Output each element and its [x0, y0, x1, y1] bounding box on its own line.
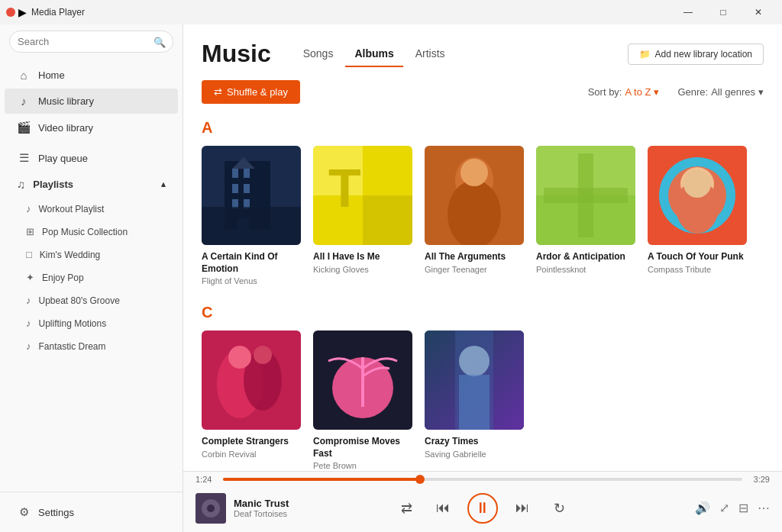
content-area: Music Songs Albums Artists 📁	[183, 24, 782, 471]
sidebar-item-music-library[interactable]: ♪ Music library	[5, 89, 178, 114]
svg-point-32	[254, 346, 272, 364]
section-letter-C: C	[202, 304, 764, 321]
sidebar-item-video-library[interactable]: 🎬 Video library	[5, 114, 178, 140]
album-card-crazy-times[interactable]: Crazy TimesSaving Gabrielle	[425, 330, 524, 470]
album-art-a-touch	[648, 146, 747, 245]
next-button[interactable]: ⏭	[510, 496, 535, 521]
track-meta: Manic Trust Deaf Tortoises	[234, 498, 289, 518]
svg-rect-3	[244, 169, 250, 178]
album-artist: Corbin Revival	[202, 450, 301, 459]
svg-rect-9	[202, 207, 301, 245]
total-time: 3:29	[748, 475, 770, 484]
close-button[interactable]: ✕	[741, 0, 776, 24]
maximize-button[interactable]: □	[706, 0, 741, 24]
playlists-section-header[interactable]: ♫ Playlists ▴	[5, 172, 178, 197]
album-name: All The Arguments	[425, 251, 524, 263]
genre-value: All genres	[711, 86, 755, 98]
playback-controls: ⇄ ⏮ ⏸ ⏭ ↻	[394, 493, 571, 524]
sidebar-item-play-queue[interactable]: ☰ Play queue	[5, 145, 178, 171]
sidebar-label-music: Music library	[38, 95, 94, 107]
sidebar-item-playlist-enjoy-pop[interactable]: ✦Enjoy Pop	[5, 266, 178, 289]
playlist-item-icon: ♪	[26, 295, 31, 306]
svg-point-27	[683, 170, 711, 198]
album-art-complete-strangers	[202, 330, 301, 430]
svg-rect-39	[459, 375, 490, 430]
playlists-label: Playlists	[33, 179, 73, 190]
album-artist: Kicking Gloves	[313, 265, 412, 274]
sidebar-item-playlist-upbeat[interactable]: ♪Upbeat 80's Groove	[5, 289, 178, 311]
search-container: 🔍	[9, 31, 173, 53]
svg-point-38	[459, 346, 490, 376]
album-artist: Pete Brown	[313, 461, 412, 470]
album-card-compromise[interactable]: Compromise Moves FastPete Brown	[313, 330, 412, 470]
album-card-all-i-have[interactable]: TAll I Have Is MeKicking Gloves	[313, 146, 412, 285]
svg-rect-5	[244, 184, 250, 193]
playlist-item-label: Kim's Wedding	[40, 250, 100, 260]
album-artist: Ginger Teenager	[425, 265, 524, 274]
repeat-button[interactable]: ↻	[547, 496, 571, 521]
add-library-button[interactable]: 📁 Add new library location	[628, 44, 764, 65]
fullscreen-button[interactable]: ⤢	[719, 501, 729, 515]
shuffle-label: Shuffle & play	[227, 86, 288, 98]
album-art-crazy-times	[425, 330, 524, 430]
search-icon: 🔍	[153, 36, 166, 47]
sidebar-item-playlist-workout[interactable]: ♪Workout Playlist	[5, 198, 178, 220]
playlist-item-label: Workout Playlist	[39, 204, 105, 214]
cast-button[interactable]: ⊟	[738, 501, 748, 515]
tabs-container: Songs Albums Artists	[294, 41, 454, 67]
albums-container: AA Certain Kind Of EmotionFlight of Venu…	[202, 119, 764, 470]
svg-point-31	[228, 346, 251, 369]
albums-grid-A: A Certain Kind Of EmotionFlight of Venus…	[202, 146, 764, 285]
album-card-ardor[interactable]: Ardor & AnticipationPointlessknot	[536, 146, 635, 285]
add-library-label: Add new library location	[655, 49, 752, 60]
sidebar-item-playlist-pop-music[interactable]: ⊞Pop Music Collection	[5, 221, 178, 243]
shuffle-play-button[interactable]: ⇄ Shuffle & play	[202, 80, 300, 104]
album-card-complete-strangers[interactable]: Complete StrangersCorbin Revival	[202, 330, 301, 470]
sidebar-bottom: ⚙ Settings	[0, 492, 183, 532]
app-title: Media Player	[31, 7, 671, 18]
queue-icon: ☰	[17, 151, 31, 165]
album-card-a-certain-kind[interactable]: A Certain Kind Of EmotionFlight of Venus	[202, 146, 301, 285]
track-thumbnail	[196, 493, 226, 524]
album-name: A Touch Of Your Punk	[648, 251, 747, 263]
sidebar-item-playlist-uplifting[interactable]: ♪Uplifting Motions	[5, 312, 178, 334]
sort-chevron-icon: ▾	[654, 86, 659, 98]
tab-albums[interactable]: Albums	[345, 41, 402, 67]
album-name: All I Have Is Me	[313, 251, 412, 263]
playlist-item-label: Pop Music Collection	[42, 227, 128, 237]
tab-songs[interactable]: Songs	[294, 41, 343, 67]
sidebar-item-settings[interactable]: ⚙ Settings	[5, 499, 178, 525]
svg-rect-12	[363, 195, 412, 245]
sidebar-label-video: Video library	[38, 122, 93, 134]
album-card-all-the-args[interactable]: All The ArgumentsGinger Teenager	[425, 146, 524, 285]
album-artist: Saving Gabrielle	[425, 450, 524, 459]
album-card-a-touch[interactable]: A Touch Of Your PunkCompass Tribute	[648, 146, 747, 285]
svg-point-17	[460, 159, 488, 186]
video-icon: 🎬	[17, 121, 31, 134]
album-art-all-the-args	[425, 146, 524, 245]
volume-button[interactable]: 🔊	[695, 501, 710, 515]
progress-bar[interactable]	[223, 478, 742, 481]
shuffle-icon: ⇄	[214, 86, 222, 98]
svg-text:T: T	[328, 159, 361, 218]
controls-bar: ⇄ Shuffle & play Sort by: A to Z ▾ Genre…	[202, 80, 764, 104]
tab-artists[interactable]: Artists	[406, 41, 454, 67]
music-note-icon: ♪	[17, 95, 31, 108]
sidebar-label-queue: Play queue	[38, 153, 88, 164]
app-logo-icon: ▶	[18, 6, 27, 18]
sidebar-item-playlist-wedding[interactable]: □Kim's Wedding	[5, 243, 178, 266]
search-input[interactable]	[9, 31, 173, 53]
sort-selector[interactable]: Sort by: A to Z ▾	[588, 86, 660, 98]
album-name: Crazy Times	[425, 436, 524, 448]
playlist-item-label: Uplifting Motions	[39, 318, 107, 329]
minimize-button[interactable]: —	[671, 0, 706, 24]
previous-button[interactable]: ⏮	[431, 496, 455, 521]
progress-container: 1:24 3:29	[183, 472, 782, 484]
genre-selector[interactable]: Genre: All genres ▾	[677, 86, 764, 98]
shuffle-button[interactable]: ⇄	[394, 496, 418, 521]
sidebar-item-playlist-fantastic[interactable]: ♪Fantastic Dream	[5, 335, 178, 357]
sort-genre-area: Sort by: A to Z ▾ Genre: All genres ▾	[588, 86, 764, 98]
play-pause-button[interactable]: ⏸	[467, 493, 498, 524]
sidebar-item-home[interactable]: ⌂ Home	[5, 63, 178, 88]
more-button[interactable]: ⋯	[758, 501, 770, 515]
